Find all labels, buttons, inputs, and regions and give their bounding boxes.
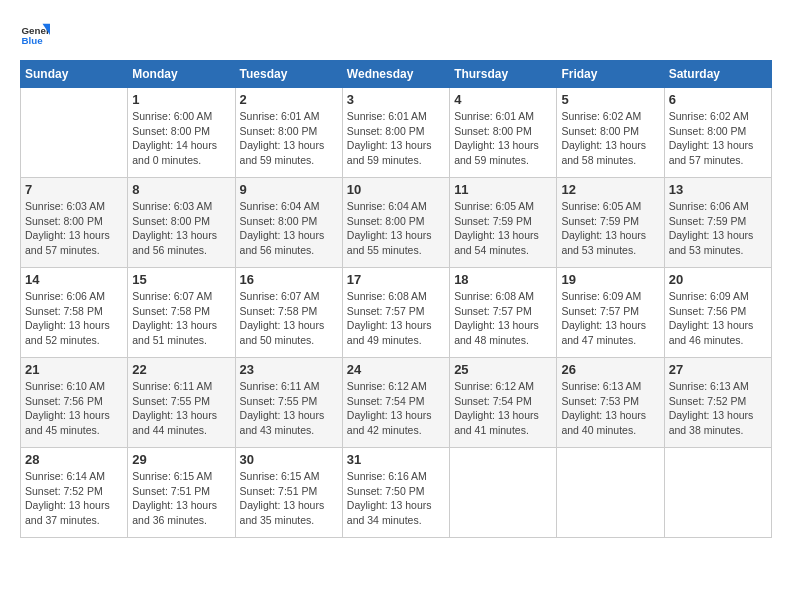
day-number: 9 bbox=[240, 182, 338, 197]
day-info: Sunrise: 6:05 AM Sunset: 7:59 PM Dayligh… bbox=[561, 199, 659, 258]
day-info: Sunrise: 6:08 AM Sunset: 7:57 PM Dayligh… bbox=[454, 289, 552, 348]
day-info: Sunrise: 6:06 AM Sunset: 7:58 PM Dayligh… bbox=[25, 289, 123, 348]
calendar-cell: 28 Sunrise: 6:14 AM Sunset: 7:52 PM Dayl… bbox=[21, 448, 128, 538]
calendar-cell: 30 Sunrise: 6:15 AM Sunset: 7:51 PM Dayl… bbox=[235, 448, 342, 538]
day-info: Sunrise: 6:09 AM Sunset: 7:56 PM Dayligh… bbox=[669, 289, 767, 348]
daylight-text: Daylight: 13 hours and 41 minutes. bbox=[454, 408, 552, 437]
sunset-text: Sunset: 7:55 PM bbox=[240, 394, 338, 409]
daylight-text: Daylight: 13 hours and 59 minutes. bbox=[454, 138, 552, 167]
sunset-text: Sunset: 7:58 PM bbox=[132, 304, 230, 319]
sunrise-text: Sunrise: 6:06 AM bbox=[669, 199, 767, 214]
daylight-text: Daylight: 13 hours and 35 minutes. bbox=[240, 498, 338, 527]
calendar-cell bbox=[557, 448, 664, 538]
sunrise-text: Sunrise: 6:05 AM bbox=[454, 199, 552, 214]
sunrise-text: Sunrise: 6:00 AM bbox=[132, 109, 230, 124]
daylight-text: Daylight: 13 hours and 59 minutes. bbox=[347, 138, 445, 167]
sunset-text: Sunset: 7:51 PM bbox=[132, 484, 230, 499]
calendar-week-row: 7 Sunrise: 6:03 AM Sunset: 8:00 PM Dayli… bbox=[21, 178, 772, 268]
day-number: 27 bbox=[669, 362, 767, 377]
daylight-text: Daylight: 13 hours and 38 minutes. bbox=[669, 408, 767, 437]
sunset-text: Sunset: 7:57 PM bbox=[347, 304, 445, 319]
day-info: Sunrise: 6:15 AM Sunset: 7:51 PM Dayligh… bbox=[240, 469, 338, 528]
day-info: Sunrise: 6:07 AM Sunset: 7:58 PM Dayligh… bbox=[240, 289, 338, 348]
day-number: 19 bbox=[561, 272, 659, 287]
sunrise-text: Sunrise: 6:02 AM bbox=[561, 109, 659, 124]
daylight-text: Daylight: 13 hours and 45 minutes. bbox=[25, 408, 123, 437]
sunrise-text: Sunrise: 6:14 AM bbox=[25, 469, 123, 484]
sunrise-text: Sunrise: 6:15 AM bbox=[240, 469, 338, 484]
sunset-text: Sunset: 8:00 PM bbox=[240, 214, 338, 229]
daylight-text: Daylight: 13 hours and 50 minutes. bbox=[240, 318, 338, 347]
sunrise-text: Sunrise: 6:03 AM bbox=[25, 199, 123, 214]
calendar-cell: 19 Sunrise: 6:09 AM Sunset: 7:57 PM Dayl… bbox=[557, 268, 664, 358]
sunrise-text: Sunrise: 6:03 AM bbox=[132, 199, 230, 214]
sunset-text: Sunset: 8:00 PM bbox=[561, 124, 659, 139]
calendar-cell: 21 Sunrise: 6:10 AM Sunset: 7:56 PM Dayl… bbox=[21, 358, 128, 448]
day-number: 29 bbox=[132, 452, 230, 467]
daylight-text: Daylight: 13 hours and 42 minutes. bbox=[347, 408, 445, 437]
daylight-text: Daylight: 13 hours and 53 minutes. bbox=[561, 228, 659, 257]
weekday-header: Wednesday bbox=[342, 61, 449, 88]
daylight-text: Daylight: 13 hours and 46 minutes. bbox=[669, 318, 767, 347]
day-info: Sunrise: 6:13 AM Sunset: 7:53 PM Dayligh… bbox=[561, 379, 659, 438]
day-info: Sunrise: 6:14 AM Sunset: 7:52 PM Dayligh… bbox=[25, 469, 123, 528]
sunset-text: Sunset: 8:00 PM bbox=[669, 124, 767, 139]
day-number: 16 bbox=[240, 272, 338, 287]
day-info: Sunrise: 6:02 AM Sunset: 8:00 PM Dayligh… bbox=[561, 109, 659, 168]
calendar-cell: 11 Sunrise: 6:05 AM Sunset: 7:59 PM Dayl… bbox=[450, 178, 557, 268]
day-info: Sunrise: 6:04 AM Sunset: 8:00 PM Dayligh… bbox=[347, 199, 445, 258]
day-info: Sunrise: 6:01 AM Sunset: 8:00 PM Dayligh… bbox=[347, 109, 445, 168]
day-number: 18 bbox=[454, 272, 552, 287]
day-info: Sunrise: 6:11 AM Sunset: 7:55 PM Dayligh… bbox=[132, 379, 230, 438]
sunset-text: Sunset: 8:00 PM bbox=[454, 124, 552, 139]
sunrise-text: Sunrise: 6:13 AM bbox=[561, 379, 659, 394]
day-number: 1 bbox=[132, 92, 230, 107]
sunset-text: Sunset: 7:54 PM bbox=[454, 394, 552, 409]
day-info: Sunrise: 6:00 AM Sunset: 8:00 PM Dayligh… bbox=[132, 109, 230, 168]
sunrise-text: Sunrise: 6:04 AM bbox=[240, 199, 338, 214]
sunset-text: Sunset: 8:00 PM bbox=[240, 124, 338, 139]
sunset-text: Sunset: 7:52 PM bbox=[669, 394, 767, 409]
day-info: Sunrise: 6:04 AM Sunset: 8:00 PM Dayligh… bbox=[240, 199, 338, 258]
calendar-cell: 1 Sunrise: 6:00 AM Sunset: 8:00 PM Dayli… bbox=[128, 88, 235, 178]
weekday-header: Sunday bbox=[21, 61, 128, 88]
daylight-text: Daylight: 13 hours and 44 minutes. bbox=[132, 408, 230, 437]
day-number: 25 bbox=[454, 362, 552, 377]
sunset-text: Sunset: 7:50 PM bbox=[347, 484, 445, 499]
daylight-text: Daylight: 13 hours and 53 minutes. bbox=[669, 228, 767, 257]
calendar-week-row: 21 Sunrise: 6:10 AM Sunset: 7:56 PM Dayl… bbox=[21, 358, 772, 448]
sunrise-text: Sunrise: 6:08 AM bbox=[347, 289, 445, 304]
day-number: 7 bbox=[25, 182, 123, 197]
daylight-text: Daylight: 13 hours and 36 minutes. bbox=[132, 498, 230, 527]
sunrise-text: Sunrise: 6:07 AM bbox=[132, 289, 230, 304]
weekday-header: Monday bbox=[128, 61, 235, 88]
sunrise-text: Sunrise: 6:02 AM bbox=[669, 109, 767, 124]
day-number: 8 bbox=[132, 182, 230, 197]
sunset-text: Sunset: 7:52 PM bbox=[25, 484, 123, 499]
day-info: Sunrise: 6:06 AM Sunset: 7:59 PM Dayligh… bbox=[669, 199, 767, 258]
day-number: 30 bbox=[240, 452, 338, 467]
sunrise-text: Sunrise: 6:06 AM bbox=[25, 289, 123, 304]
day-number: 17 bbox=[347, 272, 445, 287]
sunrise-text: Sunrise: 6:15 AM bbox=[132, 469, 230, 484]
daylight-text: Daylight: 13 hours and 54 minutes. bbox=[454, 228, 552, 257]
sunset-text: Sunset: 7:59 PM bbox=[669, 214, 767, 229]
sunset-text: Sunset: 7:58 PM bbox=[25, 304, 123, 319]
sunset-text: Sunset: 8:00 PM bbox=[347, 214, 445, 229]
calendar-cell: 8 Sunrise: 6:03 AM Sunset: 8:00 PM Dayli… bbox=[128, 178, 235, 268]
calendar-cell: 15 Sunrise: 6:07 AM Sunset: 7:58 PM Dayl… bbox=[128, 268, 235, 358]
daylight-text: Daylight: 14 hours and 0 minutes. bbox=[132, 138, 230, 167]
day-info: Sunrise: 6:16 AM Sunset: 7:50 PM Dayligh… bbox=[347, 469, 445, 528]
day-number: 24 bbox=[347, 362, 445, 377]
daylight-text: Daylight: 13 hours and 57 minutes. bbox=[669, 138, 767, 167]
daylight-text: Daylight: 13 hours and 49 minutes. bbox=[347, 318, 445, 347]
calendar-cell: 4 Sunrise: 6:01 AM Sunset: 8:00 PM Dayli… bbox=[450, 88, 557, 178]
weekday-header: Tuesday bbox=[235, 61, 342, 88]
sunrise-text: Sunrise: 6:11 AM bbox=[240, 379, 338, 394]
calendar-cell: 6 Sunrise: 6:02 AM Sunset: 8:00 PM Dayli… bbox=[664, 88, 771, 178]
daylight-text: Daylight: 13 hours and 37 minutes. bbox=[25, 498, 123, 527]
calendar-week-row: 1 Sunrise: 6:00 AM Sunset: 8:00 PM Dayli… bbox=[21, 88, 772, 178]
daylight-text: Daylight: 13 hours and 47 minutes. bbox=[561, 318, 659, 347]
weekday-header: Thursday bbox=[450, 61, 557, 88]
sunrise-text: Sunrise: 6:16 AM bbox=[347, 469, 445, 484]
